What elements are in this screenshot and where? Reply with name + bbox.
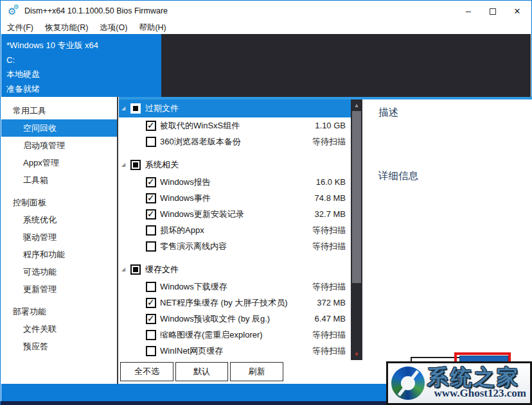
item-size-value: 32.7 MB [315, 209, 351, 219]
item-size-value: 16.0 KB [316, 177, 351, 187]
refresh-button[interactable]: 刷新 [230, 362, 283, 381]
scroll-up-icon[interactable]: ▲ [351, 102, 362, 108]
cleanup-group-row[interactable]: ◢过期文件 [119, 99, 351, 117]
cleanup-item-row[interactable]: 缩略图缓存(需重启explorer)等待扫描 [119, 327, 351, 343]
close-button[interactable]: ✕ [506, 1, 528, 21]
checkbox-checked[interactable]: ✓ [146, 314, 156, 324]
checkbox-checked[interactable]: ✓ [146, 298, 156, 308]
item-label: Windows事件 [160, 193, 315, 204]
item-label: Windows预读取文件 (by 辰g.) [160, 313, 315, 325]
checkbox-checked[interactable]: ✓ [146, 193, 156, 203]
watermark-site-url: www.Ghost123.com [427, 387, 526, 400]
window-title: Dism++x64 10.1.1000.50 Bios Firmware [24, 6, 168, 15]
item-size-value: 372 MB [317, 298, 351, 307]
item-size-value: 1.10 GB [315, 121, 351, 130]
checkbox-checked[interactable]: ✓ [146, 177, 156, 187]
menu-item-2[interactable]: 选项(O) [94, 21, 133, 35]
details-heading: 详细信息 [378, 169, 532, 183]
sidebar-item[interactable]: 更新管理 [1, 280, 117, 298]
cleanup-item-row[interactable]: ✓Windows更新安装记录32.7 MB [119, 206, 351, 222]
session-banner: *Windows 10 专业版 x64 C: 本地硬盘 准备就绪 [1, 34, 531, 97]
cleanup-item-row[interactable]: ✓被取代的WinSxS组件1.10 GB [119, 117, 351, 134]
cleanup-item-row[interactable]: ✓Windows事件74.8 MB [119, 190, 351, 206]
menu-item-3[interactable]: 帮助(H) [133, 21, 172, 35]
image-disk-type: 本地硬盘 [6, 67, 161, 82]
expander-triangle-icon[interactable]: ◢ [121, 162, 130, 168]
image-status: 准备就绪 [6, 82, 161, 97]
sidebar-item[interactable]: Appx管理 [1, 154, 117, 171]
item-label: Windows报告 [160, 177, 316, 188]
cleanup-item-row[interactable]: 零售演示离线内容等待扫描 [119, 238, 351, 254]
cleanup-item-list: ◢过期文件✓被取代的WinSxS组件1.10 GB360浏览器老版本备份等待扫描… [119, 99, 351, 360]
item-label: 360浏览器老版本备份 [160, 136, 312, 148]
title-bar: ⚙⚙ Dism++x64 10.1.1000.50 Bios Firmware … [1, 1, 531, 21]
cleanup-group-row[interactable]: ◢缓存文件 [119, 261, 351, 279]
sidebar-item[interactable]: 程序和功能 [1, 246, 117, 263]
item-size-value: 等待扫描 [312, 281, 351, 293]
sidebar-item[interactable]: 预应答 [1, 338, 117, 355]
checkbox-checked[interactable]: ✓ [146, 121, 156, 131]
cleanup-item-row[interactable]: Windows下载缓存等待扫描 [119, 279, 351, 295]
group-label: 过期文件 [145, 103, 179, 114]
expander-triangle-icon[interactable]: ◢ [121, 106, 130, 111]
group-checkbox-partial[interactable] [130, 103, 141, 114]
check-mark-icon: ✓ [147, 297, 155, 307]
description-heading: 描述 [378, 106, 532, 119]
checkbox-unchecked[interactable] [146, 282, 156, 292]
sidebar-item[interactable]: 文件关联 [1, 320, 117, 338]
scroll-down-icon[interactable]: ▼ [351, 351, 362, 358]
checkbox-unchecked[interactable] [146, 330, 156, 340]
menu-item-1[interactable]: 恢复功能(R) [39, 21, 94, 35]
group-label: 系统相关 [145, 159, 179, 171]
item-label: WinINet网页缓存 [160, 345, 312, 357]
group-checkbox-partial[interactable] [130, 264, 141, 275]
sidebar-item[interactable]: 驱动管理 [1, 228, 117, 246]
group-checkbox-partial[interactable] [130, 160, 141, 170]
windows-image-tile[interactable]: *Windows 10 专业版 x64 C: 本地硬盘 准备就绪 [1, 34, 161, 97]
item-size-value: 等待扫描 [312, 136, 351, 148]
maximize-button[interactable] [482, 1, 504, 21]
checkbox-unchecked[interactable] [146, 346, 156, 356]
item-label: 被取代的WinSxS组件 [160, 120, 315, 132]
checkbox-unchecked[interactable] [146, 241, 156, 252]
list-scrollbar[interactable]: ▲ ▼ [351, 99, 362, 360]
cleanup-item-row[interactable]: 360浏览器老版本备份等待扫描 [119, 134, 351, 150]
checkbox-checked[interactable]: ✓ [146, 209, 156, 220]
item-size-value: 等待扫描 [312, 241, 351, 252]
select-none-button[interactable]: 全不选 [120, 362, 173, 381]
sidebar-item[interactable]: 工具箱 [1, 171, 117, 189]
watermark-site-name: 系统之家 [427, 366, 526, 388]
menu-bar: 文件(F)恢复功能(R)选项(O)帮助(H) [1, 21, 531, 34]
cleanup-group-row[interactable]: ◢系统相关 [119, 156, 351, 174]
sidebar-item[interactable]: 启动项管理 [1, 137, 117, 154]
default-button[interactable]: 默认 [175, 362, 228, 381]
partial-check-fill [133, 162, 138, 168]
cleanup-item-row[interactable]: ✓Windows预读取文件 (by 辰g.)6.47 MB [119, 311, 351, 327]
sidebar-section-header: 常用工具 [1, 102, 117, 119]
maximize-icon [490, 8, 496, 15]
scrollbar-thumb[interactable] [352, 111, 361, 283]
minimize-button[interactable]: – [457, 1, 479, 21]
cleanup-item-row[interactable]: ✓Windows报告16.0 KB [119, 174, 351, 190]
ghost123-watermark: 系统之家 www.Ghost123.com [386, 361, 532, 405]
menu-item-0[interactable]: 文件(F) [1, 21, 39, 35]
partial-check-fill [133, 106, 138, 111]
checkbox-unchecked[interactable] [146, 137, 156, 147]
sidebar-nav: 常用工具空间回收启动项管理Appx管理工具箱控制面板系统优化驱动管理程序和功能可… [1, 97, 118, 384]
sidebar-item[interactable]: 空间回收 [1, 119, 117, 137]
sidebar-item[interactable]: 系统优化 [1, 211, 117, 228]
sidebar-item[interactable]: 可选功能 [1, 263, 117, 280]
check-mark-icon: ✓ [147, 120, 155, 130]
cleanup-item-row[interactable]: ✓NET程序集缓存 (by 大胖子技术员)372 MB [119, 295, 351, 311]
item-label: NET程序集缓存 (by 大胖子技术员) [160, 297, 317, 309]
checkbox-unchecked[interactable] [146, 225, 156, 236]
cleanup-item-row[interactable]: WinINet网页缓存等待扫描 [119, 343, 351, 359]
expander-triangle-icon[interactable]: ◢ [121, 267, 130, 272]
item-label: 零售演示离线内容 [160, 241, 312, 252]
sidebar-section-header: 部署功能 [1, 303, 117, 320]
sidebar-section-header: 控制面板 [1, 194, 117, 211]
app-gears-icon: ⚙⚙ [8, 6, 22, 17]
item-size-value: 6.47 MB [315, 314, 351, 323]
partial-check-fill [133, 267, 138, 272]
cleanup-item-row[interactable]: 损坏的Appx等待扫描 [119, 222, 351, 238]
